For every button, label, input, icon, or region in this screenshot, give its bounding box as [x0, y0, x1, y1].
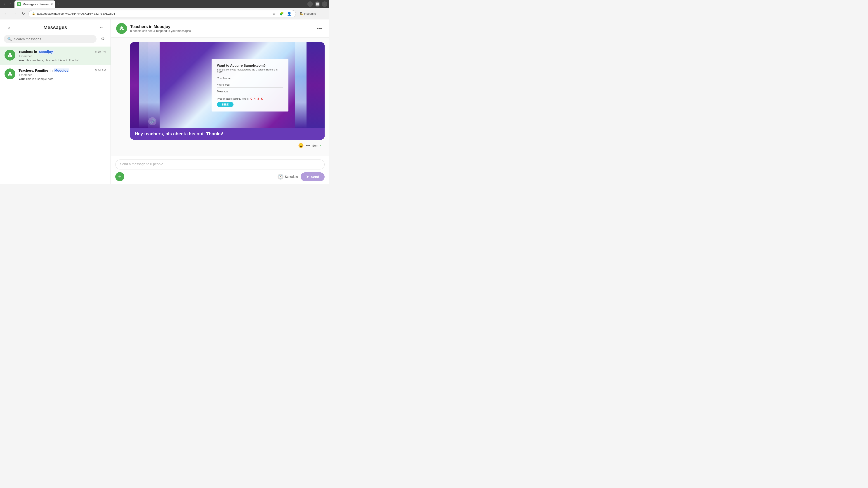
minimize-button[interactable]: — — [307, 1, 313, 7]
conversation-preview: You: This is a sample note. — [19, 77, 106, 80]
image-form-mock: Want to Acquire Sample.com? Sample.com w… — [212, 59, 288, 111]
conversation-title-row: Teachers in Moodjoy 6:20 PM — [19, 50, 106, 54]
message-input-placeholder: Send a message to 0 people... — [120, 162, 166, 166]
add-attachment-button[interactable]: + — [115, 172, 124, 181]
address-bar-icons: ☆ 🧩 👤 — [271, 11, 292, 17]
form-field-name: Your Name — [217, 77, 283, 81]
conversation-preview: You: Hey teachers, pls check this out. T… — [19, 59, 106, 62]
app-container: × Messages ✏ 🔍 ⚙ — [0, 20, 329, 184]
input-bottom-row: + 🕐 Schedule ➤ Send — [115, 172, 324, 181]
conv-preview-you: You: — [19, 59, 25, 62]
bookmark-button[interactable]: ☆ — [271, 11, 277, 17]
conversation-members: 1 member — [19, 55, 106, 58]
new-tab-button[interactable]: + — [56, 2, 61, 6]
send-label: Send — [311, 175, 319, 179]
link-icon-overlay[interactable]: 🔗 — [148, 117, 156, 125]
incognito-label: Incognito — [304, 12, 316, 15]
link-icon: 🔗 — [150, 119, 155, 124]
conversation-item[interactable]: Teachers, Families in Moodjoy 5:44 PM 1 … — [0, 65, 111, 84]
filter-icon: ⚙ — [101, 36, 105, 41]
filter-button[interactable]: ⚙ — [99, 35, 107, 43]
message-input[interactable]: Send a message to 0 people... — [115, 160, 324, 169]
chat-area: Teachers in Moodjoy 0 people can see & r… — [111, 20, 329, 184]
message-text: Hey teachers, pls check this out. Thanks… — [130, 128, 324, 140]
message-image: Want to Acquire Sample.com? Sample.com w… — [130, 42, 324, 128]
conv-preview-you: You: — [19, 77, 25, 80]
sent-status: Sent ✓ — [312, 144, 322, 147]
svg-point-0 — [9, 53, 11, 55]
chat-header-info: Teachers in Moodjoy 0 people can see & r… — [130, 24, 312, 33]
chat-header: Teachers in Moodjoy 0 people can see & r… — [111, 20, 329, 38]
tab-forward-button[interactable]: › — [8, 1, 13, 7]
compose-icon: ✏ — [100, 25, 103, 30]
close-window-button[interactable]: × — [322, 1, 327, 7]
chat-header-more-button[interactable]: ••• — [315, 25, 324, 32]
conversation-members: 1 member — [19, 73, 106, 76]
schedule-label: Schedule — [285, 175, 298, 178]
search-input[interactable] — [14, 37, 93, 41]
svg-point-3 — [9, 72, 11, 74]
form-security-code: C 4 5 K — [250, 97, 263, 100]
chat-header-avatar — [116, 23, 127, 34]
conversation-title-row: Teachers, Families in Moodjoy 5:44 PM — [19, 68, 106, 72]
active-tab: S Messages - Seesaw × — [14, 0, 55, 8]
chat-header-subtitle: 0 people can see & respond to your messa… — [130, 29, 312, 33]
svg-point-7 — [120, 29, 121, 30]
form-security-row: Type in these security letters C 4 5 K — [217, 97, 283, 100]
address-text: app.seesaw.me/c/conv.01HR4FNQSKJRF4332PS… — [37, 12, 269, 15]
tab-title: Messages - Seesaw — [23, 2, 49, 6]
form-security-label: Type in these security letters — [217, 97, 248, 100]
messages-area: Want to Acquire Sample.com? Sample.com w… — [111, 38, 329, 156]
conversation-list: Teachers in Moodjoy 6:20 PM 1 member You… — [0, 46, 111, 184]
schedule-clock-icon: 🕐 — [278, 174, 283, 180]
deco-left-img — [139, 42, 160, 128]
svg-point-6 — [121, 26, 123, 29]
send-button[interactable]: ➤ Send — [301, 172, 324, 181]
svg-point-4 — [8, 74, 10, 76]
chat-header-title: Teachers in Moodjoy — [130, 24, 312, 29]
profile-button[interactable]: 👤 — [286, 11, 292, 17]
compose-button[interactable]: ✏ — [98, 24, 105, 31]
conv-name-prefix: Teachers, Families in — [19, 68, 53, 72]
address-bar[interactable]: 🔒 app.seesaw.me/c/conv.01HR4FNQSKJRF4332… — [29, 10, 296, 18]
tab-close-button[interactable]: × — [51, 2, 53, 6]
emoji-button[interactable]: 😊 — [298, 143, 304, 148]
address-lock-icon: 🔒 — [32, 12, 35, 15]
maximize-button[interactable]: ⬜ — [315, 1, 320, 7]
conversation-time: 5:44 PM — [95, 69, 106, 72]
avatar — [4, 68, 16, 79]
schedule-button[interactable]: 🕐 Schedule — [278, 174, 298, 180]
form-field-label: Message — [217, 90, 283, 94]
tab-back-button[interactable]: ‹ — [2, 1, 7, 7]
conversation-content: Teachers in Moodjoy 6:20 PM 1 member You… — [19, 50, 106, 62]
conv-preview-text: Hey teachers, pls check this out. Thanks… — [26, 59, 79, 62]
form-send-button[interactable]: SEND — [217, 102, 234, 107]
form-field-email: Your Email — [217, 84, 283, 88]
address-bar-row: ← → ↻ 🔒 app.seesaw.me/c/conv.01HR4FNQSKJ… — [0, 8, 329, 20]
conversation-name: Teachers, Families in Moodjoy — [19, 68, 69, 72]
input-area: Send a message to 0 people... + 🕐 Schedu… — [111, 156, 329, 184]
message-more-button[interactable]: ••• — [306, 143, 310, 148]
conversation-name: Teachers in Moodjoy — [19, 50, 54, 54]
sidebar-close-button[interactable]: × — [5, 24, 13, 31]
nav-reload-button[interactable]: ↻ — [20, 10, 27, 17]
conversation-item[interactable]: Teachers in Moodjoy 6:20 PM 1 member You… — [0, 46, 111, 65]
sent-check-icon: ✓ — [319, 144, 322, 147]
browser-more-button[interactable]: ⋮ — [320, 10, 327, 17]
nav-forward-button[interactable]: → — [11, 10, 18, 17]
conv-name-prefix: Teachers in — [19, 50, 37, 54]
avatar — [4, 50, 16, 61]
conv-name-highlight: Moodjoy — [54, 68, 69, 72]
form-field-label: Your Email — [217, 84, 283, 88]
message-bubble: Want to Acquire Sample.com? Sample.com w… — [130, 42, 324, 140]
form-field-message: Message — [217, 90, 283, 94]
search-icon: 🔍 — [7, 37, 12, 41]
conv-name-highlight: Moodjoy — [38, 50, 54, 54]
extensions-button[interactable]: 🧩 — [278, 11, 285, 17]
form-sub: Sample.com was registered by the Castell… — [217, 68, 283, 74]
search-container: 🔍 ⚙ — [0, 35, 111, 46]
deco-right — [307, 42, 324, 128]
add-icon: + — [118, 173, 121, 180]
nav-back-button[interactable]: ← — [3, 10, 9, 17]
incognito-icon: 🕵️ — [300, 12, 303, 15]
